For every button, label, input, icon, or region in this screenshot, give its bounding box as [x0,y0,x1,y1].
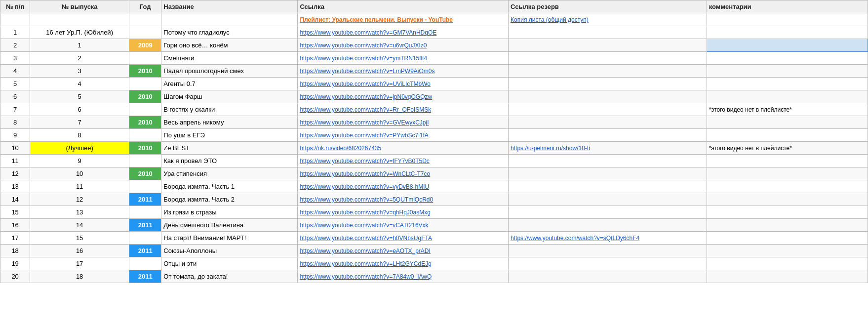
playlist-cell[interactable]: Плейлист: Уральские пельмени. Выпуски - … [298,13,509,26]
cell-comment: *этого видео нет в плейлисте* [707,142,868,155]
cell-link[interactable]: https://www.youtube.com/watch?v=eAOTX_pr… [298,245,509,257]
cell-link[interactable]: https://www.youtube.com/watch?v=GM7VAnHD… [298,26,509,39]
cell-link[interactable]: https://www.youtube.com/watch?v=Rr_OFoIS… [298,103,509,116]
link-anchor[interactable]: https://www.youtube.com/watch?v=vyDvB8-h… [300,183,429,190]
cell-link[interactable]: https://www.youtube.com/watch?v=7A84w0_I… [298,270,509,283]
cell-link[interactable]: https://www.youtube.com/watch?v=jpN0vgOG… [298,90,509,103]
link-anchor[interactable]: https://www.youtube.com/watch?v=Rr_OFoIS… [300,106,431,113]
reserve-anchor[interactable]: https://u-pelmeni.ru/show/10-ti [511,145,590,152]
cell-link[interactable]: https://www.youtube.com/watch?v=LmPW9AiO… [298,65,509,78]
cell-year: 2010 [129,78,161,90]
cell-year: 2010 [129,65,161,78]
cell-comment [707,129,868,142]
cell-episode: 4 [30,78,129,90]
link-anchor[interactable]: https://www.youtube.com/watch?v=qhHqJ0as… [300,209,430,216]
cell-episode: 3 [30,65,129,78]
cell-year: 2010 [129,142,161,155]
cell-episode: 13 [30,206,129,219]
cell-link[interactable]: https://www.youtube.com/watch?v=vyDvB8-h… [298,180,509,193]
link-anchor[interactable]: https://www.youtube.com/watch?v=PYwbSc7i… [300,132,428,139]
cell-episode: 5 [30,90,129,103]
link-anchor[interactable]: https://www.youtube.com/watch?v=u6vrQuJX… [300,42,427,49]
link-anchor[interactable]: https://www.youtube.com/watch?v=h0VNbsUg… [300,235,432,242]
cell-comment [707,52,868,65]
cell-title: Отцы и эти [161,257,298,270]
copy-cell[interactable]: Копия листа (общий доступ) [509,13,707,26]
cell-reserve [509,26,707,39]
cell-num: 15 [0,206,30,219]
cell-title: Шагом Фарш [161,90,298,103]
cell-num: 11 [0,155,30,167]
cell-episode: 12 [30,193,129,206]
cell-comment [707,245,868,257]
cell-comment [707,78,868,90]
table-row: 16142011День смешного Валентинаhttps://w… [0,219,868,232]
table-row: 116 лет Ур.П. (Юбилей)2009Потому что гла… [0,26,868,39]
link-anchor[interactable]: https://www.youtube.com/watch?v=LmPW9AiO… [300,68,434,75]
link-anchor[interactable]: https://www.youtube.com/watch?v=LHt2GYCd… [300,260,431,267]
cell-comment [707,270,868,283]
cell-link[interactable]: https://www.youtube.com/watch?v=PYwbSc7i… [298,129,509,142]
cell-year: 2010 [129,103,161,116]
cell-link[interactable]: https://www.youtube.com/watch?v=qhHqJ0as… [298,206,509,219]
reserve-anchor[interactable]: https://www.youtube.com/watch?v=sQtLDy6c… [511,235,639,242]
cell-reserve[interactable]: https://u-pelmeni.ru/show/10-ti [509,142,707,155]
table-row: 762010В гостях у скалкиhttps://www.youtu… [0,103,868,116]
cell-link[interactable]: https://www.youtube.com/watch?v=fFY7vB0T… [298,155,509,167]
cell-episode: 10 [30,167,129,180]
cell-title: Как я провел ЭТО [161,155,298,167]
cell-comment [707,206,868,219]
cell-link[interactable]: https://www.youtube.com/watch?v=ymTRN15f… [298,52,509,65]
link-anchor[interactable]: https://www.youtube.com/watch?v=jpN0vgOG… [300,93,432,100]
link-anchor[interactable]: https://www.youtube.com/watch?v=UViLIcTM… [300,81,431,87]
cell-episode: 17 [30,257,129,270]
cell-link[interactable]: https://www.youtube.com/watch?v=LHt2GYCd… [298,257,509,270]
cell-year: 2011 [129,193,161,206]
cell-comment [707,90,868,103]
cell-link[interactable]: https://www.youtube.com/watch?v=h0VNbsUg… [298,232,509,245]
link-anchor[interactable]: https://www.youtube.com/watch?v=ymTRN15f… [300,55,427,62]
link-anchor[interactable]: https://ok.ru/video/6820267435 [300,145,381,152]
cell-reserve [509,78,707,90]
table-row: 322009Смешнягиhttps://www.youtube.com/wa… [0,52,868,65]
playlist-link[interactable]: Плейлист: Уральские пельмени. Выпуски - … [300,16,453,23]
cell-link[interactable]: https://www.youtube.com/watch?v=WnCLtC-T… [298,167,509,180]
link-anchor[interactable]: https://www.youtube.com/watch?v=GM7VAnHD… [300,29,436,36]
link-anchor[interactable]: https://www.youtube.com/watch?v=WnCLtC-T… [300,170,430,177]
cell-link[interactable]: https://ok.ru/video/6820267435 [298,142,509,155]
cell-comment [707,219,868,232]
link-anchor[interactable]: https://www.youtube.com/watch?v=vCATf216… [300,222,428,229]
table-row: 432010Падал прошлогодний смехhttps://www… [0,65,868,78]
cell-link[interactable]: https://www.youtube.com/watch?v=GVEwyxCJ… [298,116,509,129]
cell-link[interactable]: https://www.youtube.com/watch?v=u6vrQuJX… [298,39,509,52]
cell-reserve[interactable]: https://www.youtube.com/watch?v=sQtLDy6c… [509,232,707,245]
cell-episode: 6 [30,103,129,116]
cell-link[interactable]: https://www.youtube.com/watch?v=UViLIcTM… [298,78,509,90]
cell-reserve [509,270,707,283]
cell-title: День смешного Валентина [161,219,298,232]
cell-title: Борода измята. Часть 2 [161,193,298,206]
cell-num: 16 [0,219,30,232]
link-anchor[interactable]: https://www.youtube.com/watch?v=GVEwyxCJ… [300,119,429,126]
cell-link[interactable]: https://www.youtube.com/watch?v=5QUTmiQc… [298,193,509,206]
cell-reserve [509,257,707,270]
cell-episode: 9 [30,155,129,167]
cell-num: 9 [0,129,30,142]
table-row: 19172011Отцы и этиhttps://www.youtube.co… [0,257,868,270]
cell-title: Потому что гладиолус [161,26,298,39]
link-anchor[interactable]: https://www.youtube.com/watch?v=fFY7vB0T… [300,158,429,165]
special-comment [707,13,868,26]
link-anchor[interactable]: https://www.youtube.com/watch?v=eAOTX_pr… [300,248,430,254]
cell-link[interactable]: https://www.youtube.com/watch?v=vCATf216… [298,219,509,232]
cell-num: 14 [0,193,30,206]
cell-num: 19 [0,257,30,270]
table-row: 542010Агенты 0.7https://www.youtube.com/… [0,78,868,90]
link-anchor[interactable]: https://www.youtube.com/watch?v=5QUTmiQc… [300,196,433,203]
link-anchor[interactable]: https://www.youtube.com/watch?v=7A84w0_I… [300,273,432,280]
cell-num: 4 [0,65,30,78]
cell-title: Союзы-Аполлоны [161,245,298,257]
copy-link[interactable]: Копия листа (общий доступ) [511,16,589,23]
col-header-comment: комментарии [707,0,868,13]
cell-comment[interactable] [707,39,868,52]
cell-reserve [509,116,707,129]
